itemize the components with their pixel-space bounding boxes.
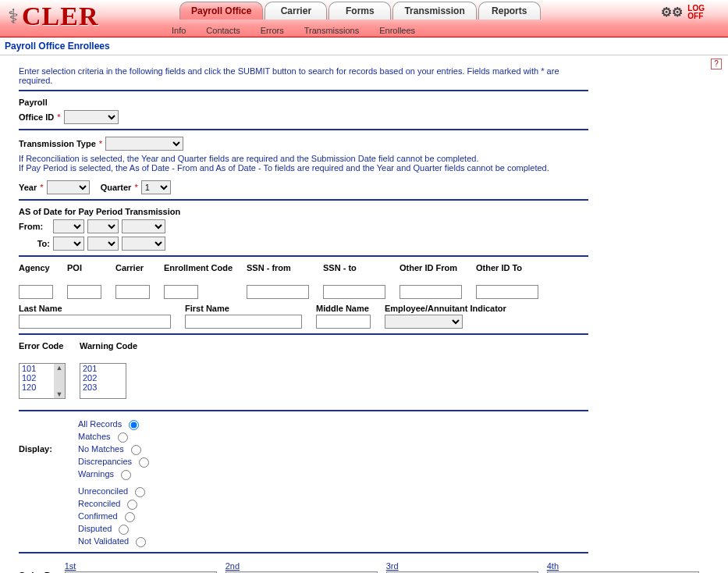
tab-forms[interactable]: Forms — [328, 2, 391, 20]
to-year-select[interactable] — [122, 237, 165, 251]
subnav-contacts[interactable]: Contacts — [206, 26, 240, 35]
from-month-select[interactable] — [53, 219, 84, 233]
primary-tabs: Payroll OfficeCarrierFormsTransmissionRe… — [179, 2, 542, 20]
list-item[interactable]: 202 — [80, 373, 126, 383]
radio-icon[interactable] — [129, 420, 139, 430]
error-code-listbox[interactable]: 101 102 120 ▲▼ — [19, 363, 66, 399]
carrier-input[interactable] — [115, 285, 150, 299]
radio-icon[interactable] — [118, 432, 128, 443]
radio-icon[interactable] — [127, 500, 137, 510]
warning-code-label: Warning Code — [80, 341, 137, 361]
subnav-errors[interactable]: Errors — [261, 26, 284, 35]
to-label: To: — [19, 239, 50, 248]
display-option-unreconciled[interactable]: Unreconciled — [78, 485, 148, 497]
last-name-input[interactable] — [19, 315, 171, 329]
indicator-label: Employee/Annuitant Indicator — [385, 304, 506, 313]
display-option-reconciled[interactable]: Reconciled — [78, 497, 148, 510]
divider — [19, 199, 588, 201]
other-id-from-label: Other ID From — [400, 263, 462, 283]
to-day-select[interactable] — [87, 237, 119, 251]
required-marker: * — [134, 183, 137, 192]
list-item[interactable]: 203 — [80, 383, 126, 392]
ssn-from-input[interactable] — [247, 285, 309, 299]
tab-carrier[interactable]: Carrier — [265, 2, 327, 20]
ssn-to-input[interactable] — [323, 285, 385, 299]
first-name-input[interactable] — [185, 315, 302, 329]
from-day-select[interactable] — [87, 219, 119, 233]
display-option-not-validated[interactable]: Not Validated — [78, 535, 148, 547]
subnav-enrollees[interactable]: Enrollees — [379, 26, 415, 35]
tab-reports[interactable]: Reports — [478, 2, 541, 20]
order-by-label-4: 4th — [547, 561, 703, 571]
radio-icon[interactable] — [131, 445, 141, 455]
logo-text: CLER — [22, 2, 98, 31]
first-name-label: First Name — [185, 304, 302, 313]
warning-code-listbox[interactable]: 201 202 203 — [80, 363, 126, 399]
gears-icon: ⚙⚙ — [661, 9, 683, 16]
order-by-label-2: 2nd — [226, 561, 382, 571]
office-id-select[interactable] — [64, 110, 119, 124]
divider — [19, 333, 588, 335]
transmission-type-label: Transmission Type — [19, 139, 96, 148]
subnav-transmissions[interactable]: Transmissions — [304, 26, 360, 35]
order-by-4: 4th — [547, 561, 703, 573]
enrollment-code-label: Enrollment Code — [164, 263, 233, 283]
display-option-discrepancies[interactable]: Discrepancies — [78, 455, 151, 468]
chevron-down-icon[interactable]: ▼ — [56, 390, 63, 398]
quarter-select[interactable]: 1 — [141, 180, 171, 194]
transmission-hint-1: If Reconciliation is selected, the Year … — [19, 154, 588, 163]
page-title: Payroll Office Enrollees — [0, 37, 728, 55]
divider — [19, 129, 588, 130]
indicator-select[interactable] — [385, 315, 463, 329]
radio-icon[interactable] — [125, 512, 135, 522]
other-id-to-input[interactable] — [476, 285, 538, 299]
display-option-no-matches[interactable]: No Matches — [78, 443, 151, 455]
caduceus-icon: ⚕ — [8, 5, 19, 29]
middle-name-input[interactable] — [316, 315, 371, 329]
divider — [19, 90, 588, 91]
help-icon[interactable]: ? — [711, 59, 722, 69]
display-option-matches[interactable]: Matches — [78, 430, 151, 443]
subnav-info[interactable]: Info — [172, 26, 186, 35]
required-marker: * — [40, 183, 43, 192]
display-option-warnings[interactable]: Warnings — [78, 468, 151, 480]
poi-input[interactable] — [67, 285, 101, 299]
to-month-select[interactable] — [53, 237, 84, 251]
middle-name-label: Middle Name — [316, 304, 371, 313]
last-name-label: Last Name — [19, 304, 171, 313]
radio-icon[interactable] — [139, 457, 149, 468]
tab-payroll-office[interactable]: Payroll Office — [179, 2, 263, 20]
display-option-disputed[interactable]: Disputed — [78, 522, 148, 535]
tab-transmission[interactable]: Transmission — [392, 2, 476, 20]
order-by-1: 1stName — [65, 561, 221, 573]
display-option-confirmed[interactable]: Confirmed — [78, 510, 148, 522]
logoff-button[interactable]: ⚙⚙ LOGOFF — [661, 5, 705, 20]
display-option-all-records[interactable]: All Records — [78, 418, 151, 430]
display-label: Display: — [19, 444, 66, 454]
radio-icon[interactable] — [135, 487, 145, 497]
order-by-2: 2ndSSNO — [226, 561, 382, 573]
scrollbar[interactable]: ▲▼ — [54, 364, 65, 398]
order-by-label-1: 1st — [65, 561, 221, 571]
error-code-label: Error Code — [19, 341, 66, 361]
enrollment-code-input[interactable] — [164, 285, 198, 299]
from-year-select[interactable] — [122, 219, 165, 233]
secondary-nav: InfoContactsErrorsTransmissionsEnrollees — [172, 26, 435, 35]
transmission-type-select[interactable] — [105, 137, 183, 151]
app-logo: ⚕ CLER — [8, 2, 98, 31]
poi-label: POI — [67, 263, 101, 283]
order-by-label-3: 3rd — [386, 561, 542, 571]
year-select[interactable] — [47, 180, 90, 194]
agency-input[interactable] — [19, 285, 53, 299]
chevron-up-icon[interactable]: ▲ — [56, 364, 63, 372]
order-by-3: 3rd — [386, 561, 542, 573]
radio-icon[interactable] — [121, 470, 131, 480]
radio-icon[interactable] — [119, 525, 129, 535]
radio-icon[interactable] — [136, 537, 146, 547]
other-id-from-input[interactable] — [400, 285, 462, 299]
list-item[interactable]: 201 — [80, 364, 126, 373]
transmission-hint-2: If Pay Period is selected, the As of Dat… — [19, 163, 588, 173]
app-header: ⚕ CLER Payroll OfficeCarrierFormsTransmi… — [0, 0, 728, 37]
agency-label: Agency — [19, 263, 53, 283]
ssn-to-label: SSN - to — [323, 263, 385, 283]
